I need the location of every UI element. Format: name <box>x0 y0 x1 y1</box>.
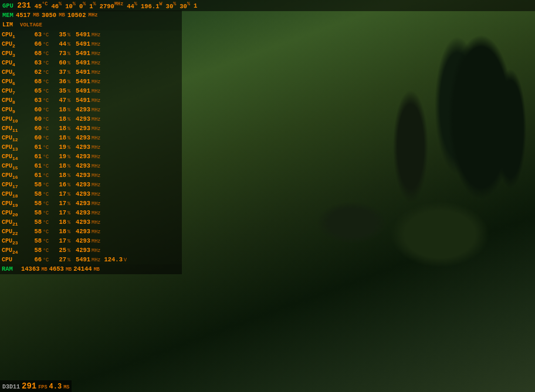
top-hud-row: GPU 231 45°C 46% 10% 0% 1% 2790MHz 44% 1… <box>0 0 535 11</box>
mem-val3: 10502 <box>67 11 86 20</box>
gpu-extra1: 30% <box>166 1 177 10</box>
gpu-extra2: 30% <box>180 1 190 10</box>
mem-label: MEM <box>2 11 13 20</box>
cpu-row-18: CPU18 58°C 17% 4293MHz <box>0 190 182 199</box>
cpu-row-16: CPU16 61°C 18% 4293MHz <box>0 171 182 180</box>
gpu-temp: 45°C <box>35 1 48 10</box>
hud-panel: MEM 4517MB 3050MB 10502MHz LIM VOLTAGE C… <box>0 11 182 274</box>
gpu-load1: 46% <box>51 1 62 10</box>
mem-val2: 3050 <box>42 11 56 20</box>
cpu-row-13: CPU13 61°C 19% 4293MHz <box>0 143 182 152</box>
voltage-label: VOLTAGE <box>20 22 42 28</box>
ram-val3: 24144 <box>73 265 92 274</box>
ram-label: RAM <box>2 265 19 274</box>
cpu-row-1: CPU1 63°C 35% 5491MHz <box>0 30 182 40</box>
fps-value: 291 <box>22 381 36 391</box>
cpu-row-19: CPU19 58°C 17% 4293MHz <box>0 199 182 209</box>
cpu-row-24: CPU24 58°C 25% 4293MHz <box>0 246 182 255</box>
fps-unit: FPS <box>38 384 47 390</box>
gpu-label: GPU 231 <box>2 1 31 10</box>
cpu-row-12: CPU12 60°C 18% 4293MHz <box>0 134 182 143</box>
cpu-row-15: CPU15 61°C 18% 4293MHz <box>0 162 182 171</box>
cpu-total-row: CPU 66°C 27% 5491MHz 124.3V <box>0 255 182 264</box>
cpu-row-7: CPU7 65°C 35% 5491MHz <box>0 87 182 96</box>
lim-label: LIM <box>2 22 13 28</box>
ms-value: 4.3 <box>49 383 62 391</box>
cpu-row-10: CPU10 60°C 18% 4293MHz <box>0 115 182 124</box>
gpu-usage: 44% <box>127 1 137 10</box>
cpu-row-23: CPU23 58°C 17% 4293MHz <box>0 237 182 246</box>
cpu-row-3: CPU3 68°C 73% 5491MHz <box>0 49 182 59</box>
cpu-row-5: CPU5 62°C 37% 5491MHz <box>0 68 182 77</box>
cpu-row-4: CPU4 63°C 60% 5491MHz <box>0 59 182 68</box>
gpu-power: 196.1W <box>141 1 162 10</box>
gpu-extra3: 1 <box>194 2 197 9</box>
fps-row: D3D11 291 FPS 4.3 MS <box>0 380 72 392</box>
lim-voltage-row: LIM VOLTAGE <box>0 21 182 30</box>
cpu-row-9: CPU9 60°C 18% 4293MHz <box>0 105 182 115</box>
gpu-load3: 0% <box>79 1 86 10</box>
cpu-row-14: CPU14 61°C 19% 4293MHz <box>0 152 182 162</box>
cpu-row-2: CPU2 66°C 44% 5491MHz <box>0 40 182 49</box>
mem-row: MEM 4517MB 3050MB 10502MHz <box>0 11 182 21</box>
mem-val1: 4517 <box>16 11 31 20</box>
ram-row: RAM 14363MB 4653MB 24144MB <box>0 264 182 274</box>
gpu-load2: 10% <box>65 1 76 10</box>
cpu-row-22: CPU22 58°C 18% 4293MHz <box>0 227 182 237</box>
cpu-row-8: CPU8 63°C 47% 5491MHz <box>0 96 182 105</box>
api-label: D3D11 <box>2 384 20 390</box>
cpu-section: CPU1 63°C 35% 5491MHz CPU2 66°C 44% 5491… <box>0 30 182 265</box>
ram-val1: 14363 <box>21 265 40 274</box>
gpu-load4: 1% <box>89 1 96 10</box>
ms-unit: MS <box>63 384 69 390</box>
cpu-row-11: CPU11 60°C 18% 4293MHz <box>0 124 182 134</box>
cpu-row-17: CPU17 58°C 16% 4293MHz <box>0 180 182 190</box>
gpu-clock: 2790MHz <box>100 1 124 10</box>
cpu-row-20: CPU20 58°C 17% 4293MHz <box>0 209 182 218</box>
ram-val2: 4653 <box>49 265 64 274</box>
cpu-row-21: CPU21 58°C 18% 4293MHz <box>0 218 182 227</box>
cpu-row-6: CPU6 68°C 36% 5491MHz <box>0 77 182 87</box>
